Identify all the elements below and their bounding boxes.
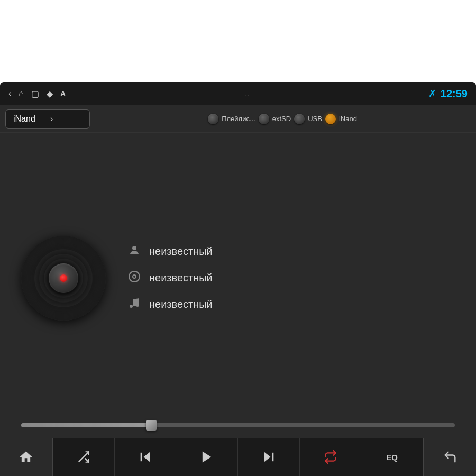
repeat-button[interactable] [300, 438, 362, 476]
svg-point-0 [132, 246, 136, 250]
eq-label: EQ [386, 453, 398, 462]
svg-point-3 [130, 305, 133, 308]
recents-nav-icon[interactable]: ▢ [31, 89, 39, 99]
vinyl-disk [21, 236, 106, 321]
status-center-dots: .. [245, 90, 249, 97]
source-tabs-group: Плейлис... extSD USB iNand [94, 114, 471, 124]
artist-text: неизвестный [149, 245, 213, 258]
svg-point-1 [129, 271, 140, 282]
svg-marker-9 [203, 452, 211, 463]
inand-chevron-icon: › [50, 114, 82, 124]
playlist-label: Плейлис... [222, 115, 255, 123]
device-screen: ‹ ⌂ ▢ ◆ A .. ✗ 12:59 iNand › Плейлис... [0, 82, 476, 476]
progress-thumb[interactable] [146, 420, 157, 431]
bottom-controls: EQ [0, 438, 476, 476]
home-nav-icon[interactable]: ⌂ [19, 89, 24, 98]
shuffle-button[interactable] [53, 438, 115, 476]
progress-fill [21, 423, 151, 427]
back-button[interactable] [423, 438, 476, 476]
top-white-area [0, 0, 476, 82]
shield-nav-icon[interactable]: ◆ [47, 89, 53, 99]
progress-section [0, 423, 476, 438]
track-info-panel: неизвестный неизвестный [127, 244, 455, 313]
time-display: 12:59 [441, 88, 468, 100]
inand-label: iNand [13, 114, 45, 124]
music-icon [127, 297, 142, 313]
artist-row: неизвестный [127, 244, 455, 260]
inand-dot [325, 114, 336, 124]
font-nav-icon[interactable]: A [60, 89, 66, 98]
usb-dot [294, 114, 305, 124]
tab-usb[interactable]: USB [294, 114, 322, 124]
vinyl-center [49, 263, 78, 293]
inand-tab-label: iNand [339, 115, 357, 123]
artist-icon [127, 244, 142, 260]
album-text: неизвестный [149, 272, 213, 284]
status-right: ✗ 12:59 [428, 88, 468, 100]
svg-marker-10 [264, 452, 271, 462]
svg-point-2 [133, 275, 136, 278]
play-button[interactable] [176, 438, 238, 476]
status-bar: ‹ ⌂ ▢ ◆ A .. ✗ 12:59 [0, 82, 476, 105]
progress-bar[interactable] [21, 423, 455, 427]
usb-label: USB [308, 115, 322, 123]
track-row: неизвестный [127, 297, 455, 313]
source-bar: iNand › Плейлис... extSD USB iNand [0, 105, 476, 133]
album-icon [127, 270, 142, 286]
vinyl-record [21, 236, 106, 321]
nav-icons: ‹ ⌂ ▢ ◆ A [8, 89, 66, 99]
inand-selector-button[interactable]: iNand › [5, 109, 90, 129]
svg-marker-7 [143, 452, 150, 462]
vinyl-center-dot [60, 274, 67, 282]
prev-button[interactable] [115, 438, 177, 476]
eq-button[interactable]: EQ [361, 438, 423, 476]
tab-playlist[interactable]: Плейлис... [208, 114, 255, 124]
home-button[interactable] [0, 438, 53, 476]
extsd-label: extSD [272, 115, 291, 123]
bluetooth-icon: ✗ [428, 88, 436, 99]
extsd-dot [259, 114, 269, 124]
album-row: неизвестный [127, 270, 455, 286]
track-text: неизвестный [149, 298, 213, 310]
main-content: неизвестный неизвестный [0, 133, 476, 423]
svg-point-4 [136, 304, 139, 307]
next-button[interactable] [238, 438, 300, 476]
tab-extsd[interactable]: extSD [259, 114, 291, 124]
back-nav-icon[interactable]: ‹ [8, 89, 11, 98]
tab-inand[interactable]: iNand [325, 114, 357, 124]
playlist-dot [208, 114, 218, 124]
